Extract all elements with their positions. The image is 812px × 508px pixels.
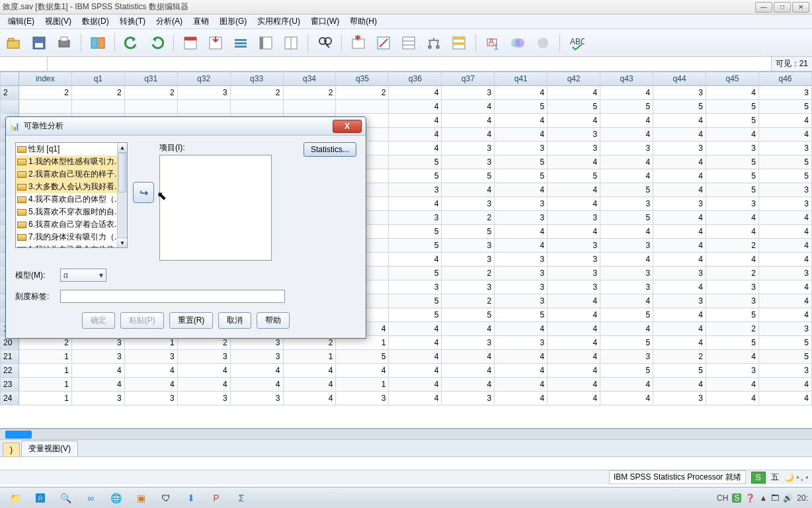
data-cell[interactable]: 5	[706, 308, 759, 322]
data-cell[interactable]: 4	[442, 183, 495, 197]
data-cell[interactable]: 3	[758, 364, 811, 378]
data-cell[interactable]: 4	[389, 364, 442, 378]
minimize-button[interactable]: —	[755, 2, 772, 13]
data-cell[interactable]: 4	[495, 239, 548, 253]
data-cell[interactable]: 5	[758, 336, 811, 350]
data-cell[interactable]: 3	[548, 239, 600, 253]
data-cell[interactable]: 4	[230, 364, 283, 378]
data-cell[interactable]: 3	[442, 280, 495, 294]
data-cell[interactable]: 4	[389, 114, 442, 128]
data-cell[interactable]: 3	[653, 86, 706, 100]
scroll-up-icon[interactable]: ▲	[118, 143, 127, 153]
data-cell[interactable]: 4	[177, 378, 230, 392]
data-cell[interactable]: 3	[442, 253, 495, 267]
data-cell[interactable]: 5	[706, 183, 759, 197]
col-header[interactable]: q45	[706, 72, 759, 86]
task-office-icon[interactable]: ▣	[130, 489, 152, 507]
menu-direct[interactable]: 直销	[188, 15, 214, 28]
scale-label-input[interactable]	[60, 290, 285, 303]
data-cell[interactable]: 3	[653, 142, 706, 155]
data-cell[interactable]: 3	[653, 267, 706, 280]
data-cell[interactable]: 3	[442, 86, 495, 100]
data-cell[interactable]: 4	[600, 114, 653, 128]
select-cases-icon[interactable]	[449, 33, 469, 53]
source-variables-list[interactable]: 性别 [q1]1.我的体型性感有吸引力...2.我喜欢自己现在的样子...3.大…	[15, 142, 128, 248]
formula-input[interactable]	[48, 57, 771, 71]
ime-indicator[interactable]: S	[751, 472, 766, 484]
use-sets-icon[interactable]	[508, 33, 528, 53]
data-cell[interactable]: 4	[600, 294, 653, 308]
data-cell[interactable]: 4	[495, 350, 548, 364]
data-cell[interactable]: 4	[283, 392, 336, 405]
data-cell[interactable]: 4	[389, 322, 442, 336]
data-cell[interactable]: 4	[548, 114, 600, 128]
data-cell[interactable]: 3	[548, 280, 600, 294]
data-cell[interactable]: 5	[389, 169, 442, 183]
row-number[interactable]: 23	[1, 378, 19, 392]
data-cell[interactable]: 5	[389, 225, 442, 239]
data-cell[interactable]: 3	[442, 197, 495, 211]
data-cell[interactable]: 4	[548, 392, 600, 405]
scroll-thumb[interactable]	[118, 153, 126, 192]
data-cell[interactable]: 4	[283, 378, 336, 392]
data-cell[interactable]: 1	[19, 350, 71, 364]
data-cell[interactable]: 1	[19, 378, 71, 392]
data-cell[interactable]: 1	[336, 378, 389, 392]
data-cell[interactable]: 5	[442, 169, 495, 183]
data-cell[interactable]: 3	[495, 253, 548, 267]
tray-vol-icon[interactable]: 🔊	[783, 493, 793, 503]
data-cell[interactable]: 3	[389, 280, 442, 294]
data-cell[interactable]: 5	[389, 267, 442, 280]
col-header[interactable]: q34	[283, 72, 336, 86]
variable-item[interactable]: 性别 [q1]	[16, 143, 117, 155]
goto-var-icon[interactable]	[206, 33, 225, 53]
tray-help-icon[interactable]: ❓	[745, 493, 755, 503]
data-cell[interactable]: 4	[653, 183, 706, 197]
recall-dialog-icon[interactable]	[88, 33, 108, 53]
data-cell[interactable]: 4	[758, 128, 811, 142]
data-cell[interactable]: 5	[758, 100, 811, 114]
data-cell[interactable]: 3	[442, 155, 495, 169]
dialog-close-button[interactable]: X	[333, 120, 362, 133]
data-cell[interactable]: 3	[706, 197, 759, 211]
data-cell[interactable]: 3	[495, 197, 548, 211]
data-cell[interactable]: 4	[758, 211, 811, 225]
data-cell[interactable]: 3	[758, 142, 811, 155]
data-cell[interactable]: 1	[19, 364, 71, 378]
data-cell[interactable]: 5	[389, 239, 442, 253]
weight-icon[interactable]	[424, 33, 444, 53]
variable-item[interactable]: 1.我认为自己是个有价值...	[16, 243, 117, 248]
variable-item[interactable]: 6.我喜欢自己穿着合适衣...	[16, 218, 117, 231]
data-cell[interactable]: 3	[124, 350, 177, 364]
data-cell[interactable]: 4	[389, 350, 442, 364]
data-cell[interactable]: 2	[230, 86, 283, 100]
data-cell[interactable]: 4	[548, 378, 600, 392]
statistics-button[interactable]: Statistics...	[304, 142, 356, 157]
data-cell[interactable]: 5	[495, 169, 548, 183]
data-cell[interactable]: 4	[758, 308, 811, 322]
variable-item[interactable]: 7.我的身体没有吸引力（...	[16, 231, 117, 243]
data-cell[interactable]: 3	[442, 336, 495, 350]
data-cell[interactable]: 4	[758, 225, 811, 239]
data-cell[interactable]: 4	[548, 155, 600, 169]
data-cell[interactable]: 3	[653, 294, 706, 308]
cancel-button[interactable]: 取消	[218, 312, 251, 329]
col-header[interactable]: q35	[336, 72, 389, 86]
col-header[interactable]: q37	[442, 72, 495, 86]
data-cell[interactable]: 2	[442, 211, 495, 225]
data-cell[interactable]: 4	[283, 364, 336, 378]
data-cell[interactable]: 3	[336, 392, 389, 405]
data-cell[interactable]: 4	[653, 253, 706, 267]
data-cell[interactable]: 5	[706, 100, 759, 114]
tray-net-icon[interactable]: 🗔	[771, 493, 779, 503]
data-cell[interactable]: 4	[495, 128, 548, 142]
data-cell[interactable]: 4	[653, 322, 706, 336]
close-button[interactable]: ✕	[792, 2, 809, 13]
data-cell[interactable]: 3	[177, 392, 230, 405]
show-all-icon[interactable]	[533, 33, 553, 53]
data-cell[interactable]: 3	[230, 392, 283, 405]
data-cell[interactable]: 4	[653, 114, 706, 128]
data-cell[interactable]: 4	[495, 114, 548, 128]
data-cell[interactable]: 3	[548, 267, 600, 280]
goto-case-icon[interactable]	[181, 33, 200, 53]
